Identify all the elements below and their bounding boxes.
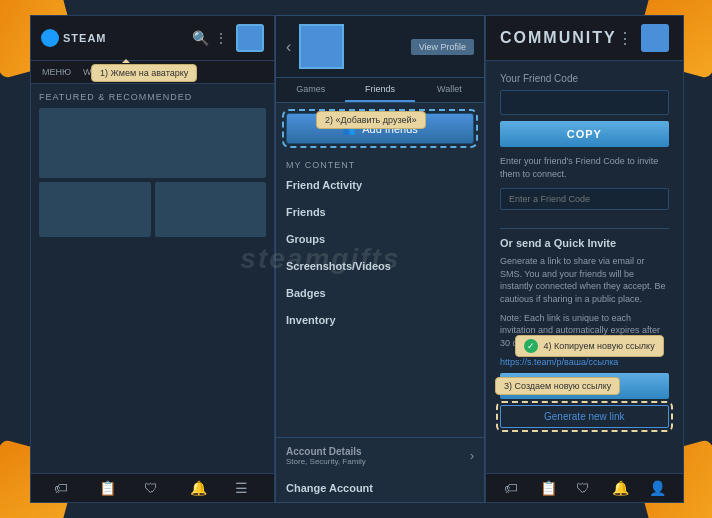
- steam-header-icons: 🔍 ⋮: [192, 24, 264, 52]
- featured-grid: [39, 108, 266, 237]
- tooltip-step4: ✓ 4) Копируем новую ссылку: [515, 335, 664, 357]
- community-tag-icon[interactable]: 🏷: [504, 480, 520, 496]
- generate-link-container: 3) Создаем новую ссылку Generate new lin…: [500, 405, 669, 428]
- steam-content: FEATURED & RECOMMENDED: [31, 84, 274, 473]
- content-item-friends[interactable]: Friends: [276, 199, 484, 226]
- quick-invite-label: Or send a Quick Invite: [500, 237, 669, 249]
- shield-icon[interactable]: 🛡: [144, 480, 160, 496]
- tab-friends[interactable]: Friends: [345, 78, 414, 102]
- steam-header: STEAM 🔍 ⋮: [31, 16, 274, 61]
- community-bottom-bar: 🏷 📋 🛡 🔔 👤: [486, 473, 683, 502]
- profile-tabs: Games Friends Wallet: [276, 78, 484, 103]
- tooltip-step3: 3) Создаем новую ссылку: [495, 377, 620, 395]
- community-title: COMMUNITY: [500, 29, 617, 47]
- tooltip-step1: 1) Жмем на аватарку: [91, 64, 197, 82]
- quick-invite-description: Generate a link to share via email or SM…: [500, 255, 669, 305]
- nav-menu[interactable]: МЕНЮ: [39, 65, 74, 79]
- community-bell-icon[interactable]: 🔔: [612, 480, 628, 496]
- tab-wallet[interactable]: Wallet: [415, 78, 484, 102]
- account-arrow-icon: ›: [470, 449, 474, 463]
- bell-icon[interactable]: 🔔: [190, 480, 206, 496]
- search-icon[interactable]: 🔍: [192, 30, 208, 46]
- content-list: Friend Activity Friends Groups Screensho…: [276, 172, 484, 437]
- content-item-friend-activity[interactable]: Friend Activity: [276, 172, 484, 199]
- main-container: STEAM 🔍 ⋮ МЕНЮ WISHLIST WALLET 1) Жмем н…: [30, 15, 682, 503]
- community-content: Your Friend Code COPY Enter your friend'…: [486, 61, 683, 473]
- list-icon[interactable]: 📋: [99, 480, 115, 496]
- community-list-icon[interactable]: 📋: [540, 480, 556, 496]
- steam-logo: STEAM: [41, 29, 107, 47]
- community-panel: COMMUNITY ⋮ Your Friend Code COPY Enter …: [485, 15, 684, 503]
- content-item-badges[interactable]: Badges: [276, 280, 484, 307]
- steam-logo-icon: [41, 29, 59, 47]
- tab-games[interactable]: Games: [276, 78, 345, 102]
- content-item-inventory[interactable]: Inventory: [276, 307, 484, 334]
- community-menu-icon[interactable]: ⋮: [617, 29, 633, 48]
- more-icon[interactable]: ⋮: [214, 30, 230, 46]
- profile-popup-panel: ‹ View Profile 2) «Добавить друзей» Game…: [275, 15, 485, 503]
- featured-label: FEATURED & RECOMMENDED: [39, 92, 266, 102]
- account-title: Account Details: [286, 446, 366, 457]
- community-person-icon[interactable]: 👤: [649, 480, 665, 496]
- account-section: Account Details Store, Security, Family …: [276, 437, 484, 474]
- popup-header: ‹ View Profile: [276, 16, 484, 78]
- account-subtitle: Store, Security, Family: [286, 457, 366, 466]
- steam-logo-text: STEAM: [63, 32, 107, 44]
- community-shield-icon[interactable]: 🛡: [576, 480, 592, 496]
- steam-client-panel: STEAM 🔍 ⋮ МЕНЮ WISHLIST WALLET 1) Жмем н…: [30, 15, 275, 503]
- user-avatar[interactable]: [236, 24, 264, 52]
- community-header-right: ⋮: [617, 24, 669, 52]
- friend-code-label: Your Friend Code: [500, 73, 669, 84]
- invite-description: Enter your friend's Friend Code to invit…: [500, 155, 669, 180]
- friend-code-input[interactable]: [500, 90, 669, 115]
- section-divider: [500, 228, 669, 229]
- featured-item-1: [39, 182, 151, 237]
- content-item-screenshots[interactable]: Screenshots/Videos: [276, 253, 484, 280]
- link-url: https://s.team/p/ваша/ссылка: [500, 357, 669, 367]
- featured-item-large: [39, 108, 266, 178]
- view-profile-button[interactable]: View Profile: [411, 39, 474, 55]
- community-avatar[interactable]: [641, 24, 669, 52]
- check-icon: ✓: [524, 339, 538, 353]
- tag-icon[interactable]: 🏷: [54, 480, 70, 496]
- tooltip-step2: 2) «Добавить друзей»: [316, 111, 426, 129]
- change-account-item[interactable]: Change Account: [276, 474, 484, 502]
- copy-friend-code-button[interactable]: COPY: [500, 121, 669, 147]
- menu-icon[interactable]: ☰: [235, 480, 251, 496]
- back-arrow-icon[interactable]: ‹: [286, 38, 291, 56]
- content-item-groups[interactable]: Groups: [276, 226, 484, 253]
- steam-bottom-bar: 🏷 📋 🛡 🔔 ☰: [31, 473, 274, 502]
- profile-avatar: [299, 24, 344, 69]
- friend-code-entry-input[interactable]: [500, 188, 669, 210]
- featured-item-2: [155, 182, 267, 237]
- my-content-label: MY CONTENT: [276, 154, 484, 172]
- community-header: COMMUNITY ⋮: [486, 16, 683, 61]
- generate-new-link-button[interactable]: Generate new link: [500, 405, 669, 428]
